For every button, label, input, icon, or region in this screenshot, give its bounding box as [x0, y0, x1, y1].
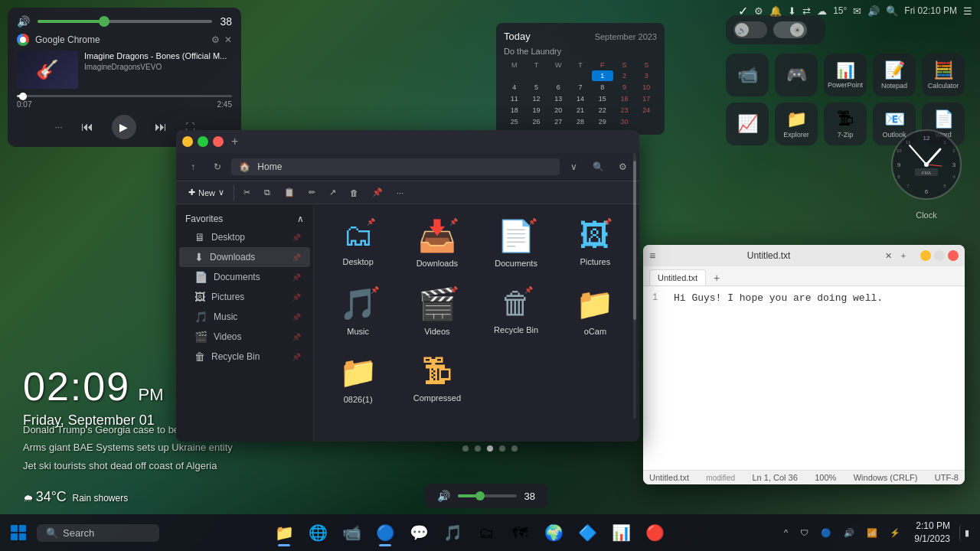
folder-downloads[interactable]: 📥 📌 Downloads — [399, 210, 475, 276]
taskbar-app-edge[interactable]: 🌐 — [302, 517, 333, 548]
cal-day-5[interactable]: 5 — [526, 82, 547, 93]
dock-app-excel[interactable]: 📈 — [726, 103, 769, 145]
cal-day-25[interactable]: 25 — [504, 116, 525, 127]
mail-icon[interactable]: ✉ — [853, 5, 861, 17]
cal-day-18[interactable]: 18 — [504, 105, 525, 116]
dock-app-explorer[interactable]: 📁 Explorer — [775, 103, 818, 145]
notepad-tab-1[interactable]: Untitled.txt — [649, 269, 706, 285]
more-button[interactable]: ··· — [390, 185, 410, 201]
dot-4[interactable] — [499, 445, 505, 452]
cloud-icon[interactable]: ☁ — [817, 5, 827, 17]
pin-button[interactable]: 📌 — [366, 184, 389, 201]
folder-pictures[interactable]: 🖼 📌 Pictures — [557, 210, 633, 276]
cal-day-27[interactable]: 27 — [547, 116, 569, 127]
settings-button[interactable]: ⚙ — [612, 156, 633, 178]
play-pause-btn[interactable]: ▶ — [112, 115, 136, 139]
share-button[interactable]: ↗ — [323, 184, 342, 201]
cal-day-15[interactable]: 15 — [592, 93, 613, 104]
sidebar-item-music[interactable]: 🎵 Music 📌 — [179, 307, 310, 327]
cal-day-9[interactable]: 9 — [614, 82, 635, 93]
vol-popup-slider[interactable] — [458, 494, 517, 497]
volume-slider[interactable] — [38, 20, 212, 23]
dock-app-zoom[interactable]: 📹 — [726, 54, 769, 96]
taskbar-app-explorer2[interactable]: 🗂 — [471, 517, 501, 548]
cal-day-24[interactable]: 24 — [635, 105, 657, 116]
taskbar-search[interactable]: 🔍 Search — [37, 524, 159, 542]
sidebar-item-recyclebin[interactable]: 🗑 Recycle Bin 📌 — [179, 347, 310, 367]
cal-day-29[interactable]: 29 — [592, 116, 613, 127]
taskbar-app-app1[interactable]: 🔷 — [572, 517, 603, 548]
maximize-button[interactable] — [198, 136, 208, 147]
dot-2[interactable] — [475, 445, 481, 452]
cal-day-23[interactable]: 23 — [614, 105, 635, 116]
taskbar-app-chrome[interactable]: 🔵 — [370, 517, 400, 548]
taskbar-app-app3[interactable]: 🔴 — [639, 517, 670, 548]
list-icon[interactable]: ☰ — [963, 5, 972, 17]
notepad-text[interactable]: Hi Guys! I hope you are doing well. — [674, 292, 956, 464]
search-button[interactable]: 🔍 — [587, 156, 609, 178]
tray-battery[interactable]: ⚡ — [885, 525, 905, 541]
notepad-add-tab[interactable]: + — [897, 249, 910, 262]
cal-day-26[interactable]: 26 — [526, 116, 547, 127]
dock-app-calc[interactable]: 🧮 Calculator — [922, 54, 965, 96]
taskbar-app-zoom[interactable]: 📹 — [336, 517, 367, 548]
notepad-restore[interactable] — [934, 250, 945, 261]
tray-sound[interactable]: 🔊 — [839, 525, 859, 541]
close-icon-player[interactable]: ✕ — [224, 34, 232, 45]
playback-progress[interactable] — [17, 95, 232, 97]
sidebar-item-documents[interactable]: 📄 Documents 📌 — [179, 267, 310, 287]
cal-day-3[interactable]: 3 — [635, 70, 657, 81]
volume-icon-top[interactable]: 🔊 — [867, 5, 880, 17]
cal-day-2[interactable]: 2 — [614, 70, 635, 81]
tray-network[interactable]: 📶 — [862, 525, 882, 541]
folder-music[interactable]: 🎵 📌 Music — [320, 279, 396, 344]
tray-shield[interactable]: 🛡 — [795, 525, 813, 540]
toggle-switch-2[interactable]: ☀ — [773, 21, 807, 38]
cal-day-28[interactable]: 28 — [570, 116, 591, 127]
bell-icon[interactable]: 🔔 — [769, 5, 782, 17]
cal-day-12[interactable]: 12 — [526, 93, 547, 104]
taskbar-app-media[interactable]: 🎵 — [437, 517, 468, 548]
cal-day-19[interactable]: 19 — [526, 105, 547, 116]
taskbar-app-whatsapp[interactable]: 💬 — [403, 517, 434, 548]
prev-track-btn[interactable]: ⏮ — [75, 115, 100, 139]
start-button[interactable] — [0, 514, 37, 551]
notepad-content-area[interactable]: 1 Hi Guys! I hope you are doing well. — [643, 286, 965, 470]
folder-videos[interactable]: 🎬 📌 Videos — [399, 279, 475, 344]
folder-ocam[interactable]: 📁 oCam — [557, 279, 633, 344]
sidebar-item-pictures[interactable]: 🖼 Pictures 📌 — [179, 287, 310, 307]
sidebar-item-downloads[interactable]: ⬇ Downloads 📌 — [179, 247, 310, 267]
cut-button[interactable]: ✂ — [237, 184, 256, 201]
cal-day-10[interactable]: 10 — [635, 82, 657, 93]
cal-day-22[interactable]: 22 — [592, 105, 613, 116]
dock-app-7zip[interactable]: 🗜 7-Zip — [824, 103, 867, 145]
taskbar-clock[interactable]: 2:10 PM 9/1/2023 — [908, 518, 956, 547]
dot-3[interactable] — [487, 445, 493, 452]
rename-button[interactable]: ✏ — [302, 184, 322, 201]
settings-icon[interactable]: ⚙ — [754, 5, 763, 17]
copy-button[interactable]: ⧉ — [258, 184, 276, 201]
breadcrumb[interactable]: 🏠 Home — [231, 158, 560, 175]
search-icon-top[interactable]: 🔍 — [886, 5, 898, 17]
delete-button[interactable]: 🗑 — [344, 185, 364, 201]
taskbar-app-files[interactable]: 📁 — [269, 517, 299, 548]
paste-button[interactable]: 📋 — [278, 184, 301, 201]
cal-day-14[interactable]: 14 — [570, 93, 591, 104]
top-clock[interactable]: Fri 02:10 PM — [904, 5, 957, 16]
close-button[interactable] — [213, 136, 224, 147]
refresh-button[interactable]: ↻ — [207, 156, 228, 178]
cal-day-1[interactable]: 1 — [592, 70, 613, 81]
notepad-new-tab[interactable]: + — [709, 270, 724, 285]
dock-app-xbox[interactable]: 🎮 — [775, 54, 818, 96]
cal-day-4[interactable]: 4 — [504, 82, 525, 93]
sidebar-item-desktop[interactable]: 🖥 Desktop 📌 — [179, 227, 310, 247]
cal-day-21[interactable]: 21 — [570, 105, 591, 116]
settings-icon-player[interactable]: ⚙ — [211, 34, 220, 45]
download-icon[interactable]: ⬇ — [788, 5, 796, 17]
new-button[interactable]: ✚ New ∨ — [182, 184, 230, 201]
show-desktop[interactable]: ▮ — [959, 525, 974, 541]
dot-1[interactable] — [462, 445, 469, 452]
tray-chevron[interactable]: ^ — [779, 525, 792, 540]
dropdown-button[interactable]: ∨ — [563, 156, 584, 178]
cal-day-7[interactable]: 7 — [570, 82, 591, 93]
